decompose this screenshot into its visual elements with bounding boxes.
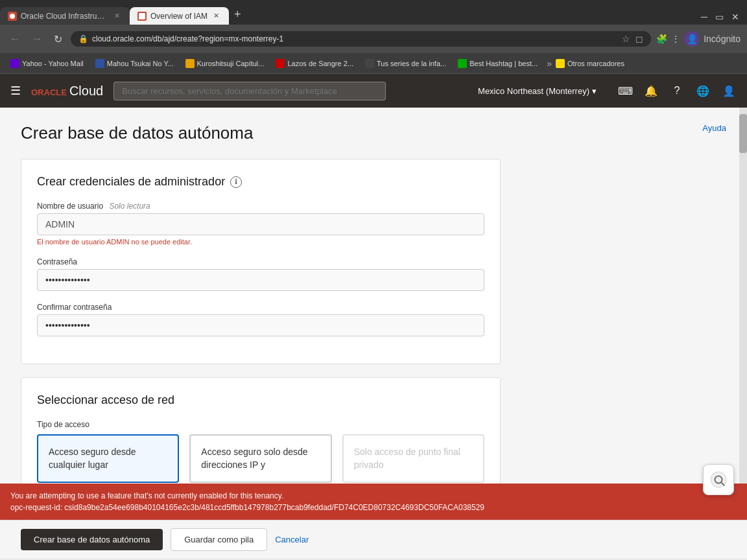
password-label: Contraseña	[37, 257, 484, 266]
window-minimize[interactable]: ─	[698, 9, 710, 25]
help-link[interactable]: Ayuda	[702, 123, 726, 133]
access-card-secure-ip[interactable]: Acceso seguro solo desde direcciones IP …	[189, 434, 331, 483]
back-button[interactable]: ←	[6, 32, 23, 46]
save-as-stack-button[interactable]: Guardar como pila	[171, 528, 267, 551]
error-line2: opc-request-id: csid8a9be2a54ee698b40104…	[10, 502, 737, 513]
admin-credentials-section: Crear credenciales de administrador ℹ No…	[21, 159, 501, 364]
password-input[interactable]	[37, 269, 484, 291]
username-label: Nombre de usuario Solo lectura	[37, 202, 484, 211]
window-controls: ─ ▭ ✕	[698, 9, 747, 25]
cloud-logo-text: Cloud	[69, 84, 103, 99]
bookmark-tus[interactable]: Tus series de la infa...	[360, 57, 451, 70]
access-card-private: Solo acceso de punto final privado	[342, 434, 484, 483]
confirm-password-group: Confirmar contraseña	[37, 303, 484, 336]
cloud-shell-icon[interactable]: ⌨	[617, 83, 633, 99]
tab-oracle-cloud-close[interactable]: ✕	[112, 11, 122, 21]
confirm-password-input[interactable]	[37, 314, 484, 336]
help-icon[interactable]: ?	[669, 83, 685, 99]
admin-credentials-label: Crear credenciales de administrador	[37, 175, 225, 189]
oracle-cloud-favicon	[8, 12, 17, 21]
url-box[interactable]: 🔒 cloud.oracle.com/db/ajd/create?region=…	[71, 31, 651, 47]
window-maximize[interactable]: ▭	[713, 9, 726, 25]
tab-bar: Oracle Cloud Infrastructure ✕ Overview o…	[0, 0, 747, 25]
tab-iam-close[interactable]: ✕	[211, 11, 221, 21]
error-line1: You are attempting to use a feature that…	[10, 490, 737, 502]
username-input	[37, 213, 484, 235]
bookmark-yahoo[interactable]: Yahoo - Yahoo Mail	[5, 57, 89, 70]
reload-button[interactable]: ↻	[51, 32, 65, 47]
help-widget[interactable]	[703, 464, 734, 495]
notifications-icon[interactable]: 🔔	[643, 83, 659, 99]
access-card-secure-ip-label: Acceso seguro solo desde direcciones IP …	[201, 446, 320, 471]
bookmark-yahoo-label: Yahoo - Yahoo Mail	[22, 60, 84, 67]
username-hint: El nombre de usuario ADMIN no se puede e…	[37, 238, 484, 246]
bookmark-mal[interactable]: Mahou Tsukai No Y...	[90, 57, 179, 70]
access-type-label: Tipo de acceso	[37, 420, 484, 429]
bottom-buttons: Crear base de datos autónoma Guardar com…	[0, 520, 747, 559]
admin-credentials-title: Crear credenciales de administrador ℹ	[37, 175, 484, 189]
bookmark-otros-label: Otros marcadores	[567, 60, 624, 67]
oracle-logo-text: ORACLE	[31, 88, 67, 97]
access-card-secure-all-label: Acceso seguro desde cualquier lugar	[49, 446, 167, 471]
header-actions: ⌨ 🔔 ? 🌐 👤	[617, 83, 737, 99]
access-card-secure-all[interactable]: Acceso seguro desde cualquier lugar	[37, 434, 179, 483]
forward-button[interactable]: →	[29, 32, 45, 46]
admin-credentials-info-icon[interactable]: ℹ	[230, 176, 242, 188]
new-tab-button[interactable]: +	[229, 8, 246, 21]
page-content: Crear base de datos autónoma Ayuda Crear…	[0, 108, 747, 484]
scrollbar-track[interactable]	[739, 108, 747, 484]
username-group: Nombre de usuario Solo lectura El nombre…	[37, 202, 484, 246]
url-actions: ☆ ◻	[622, 34, 643, 44]
tab-iam-label: Overview of IAM	[150, 12, 208, 21]
bookmark-lazos-label: Lazos de Sangre 2...	[287, 60, 353, 67]
iam-favicon	[137, 12, 147, 21]
error-banner: You are attempting to use a feature that…	[0, 484, 747, 520]
create-db-button[interactable]: Crear base de datos autónoma	[21, 529, 163, 550]
bookmark-otros[interactable]: Otros marcadores	[556, 59, 624, 68]
access-types: Acceso seguro desde cualquier lugar Acce…	[37, 434, 484, 483]
lock-icon: 🔒	[78, 34, 88, 43]
bookmark-best-label: Best Hashtag | best...	[469, 60, 538, 67]
url-text: cloud.oracle.com/db/ajd/create?region=mx…	[92, 34, 618, 43]
network-access-label: Seleccionar acceso de red	[37, 393, 174, 407]
bookmark-lazos[interactable]: Lazos de Sangre 2...	[270, 57, 359, 70]
oracle-header: ☰ ORACLE Cloud Mexico Northeast (Monterr…	[0, 74, 747, 108]
bookmark-tus-label: Tus series de la infa...	[377, 60, 446, 67]
oracle-logo: ORACLE Cloud	[31, 84, 103, 99]
readonly-badge: Solo lectura	[109, 202, 150, 211]
svg-point-0	[10, 14, 15, 19]
tus-favicon	[365, 59, 374, 68]
mal-favicon	[95, 59, 104, 68]
region-selector[interactable]: Mexico Northeast (Monterrey) ▾	[478, 86, 597, 96]
help-widget-icon	[710, 471, 727, 489]
bookmarks-bar: Yahoo - Yahoo Mail Mahou Tsukai No Y... …	[0, 53, 747, 74]
language-icon[interactable]: 🌐	[695, 83, 711, 99]
cancel-link[interactable]: Cancelar	[275, 535, 309, 544]
screenshot-icon[interactable]: ◻	[635, 34, 643, 44]
hamburger-menu[interactable]: ☰	[10, 84, 21, 98]
profile-button[interactable]: 👤	[684, 31, 700, 47]
otros-favicon	[556, 59, 565, 68]
address-bar: ← → ↻ 🔒 cloud.oracle.com/db/ajd/create?r…	[0, 25, 747, 53]
bookmarks-more[interactable]: »	[547, 58, 552, 69]
tab-oracle-cloud[interactable]: Oracle Cloud Infrastructure ✕	[0, 7, 130, 25]
window-close[interactable]: ✕	[729, 9, 742, 25]
extensions-icon[interactable]: 🧩	[656, 34, 667, 44]
tab-oracle-cloud-label: Oracle Cloud Infrastructure	[21, 12, 108, 21]
confirm-password-label: Confirmar contraseña	[37, 303, 484, 312]
page-title: Crear base de datos autónoma	[21, 123, 253, 143]
network-access-section: Seleccionar acceso de red Tipo de acceso…	[21, 377, 501, 484]
bookmark-kuro[interactable]: Kuroshitsuji Capítul...	[180, 57, 270, 70]
bookmark-kuro-label: Kuroshitsuji Capítul...	[197, 60, 265, 67]
bookmark-star[interactable]: ☆	[622, 34, 630, 44]
more-options-icon[interactable]: ⋮	[671, 34, 680, 44]
profile-icon: 👤	[687, 34, 698, 44]
global-search[interactable]	[113, 82, 386, 100]
tab-iam[interactable]: Overview of IAM ✕	[130, 7, 229, 25]
best-favicon	[458, 59, 467, 68]
svg-rect-1	[139, 13, 145, 19]
lazos-favicon	[276, 59, 285, 68]
scrollbar-thumb[interactable]	[739, 114, 747, 153]
user-profile-icon[interactable]: 👤	[721, 83, 737, 99]
bookmark-best[interactable]: Best Hashtag | best...	[453, 57, 543, 70]
